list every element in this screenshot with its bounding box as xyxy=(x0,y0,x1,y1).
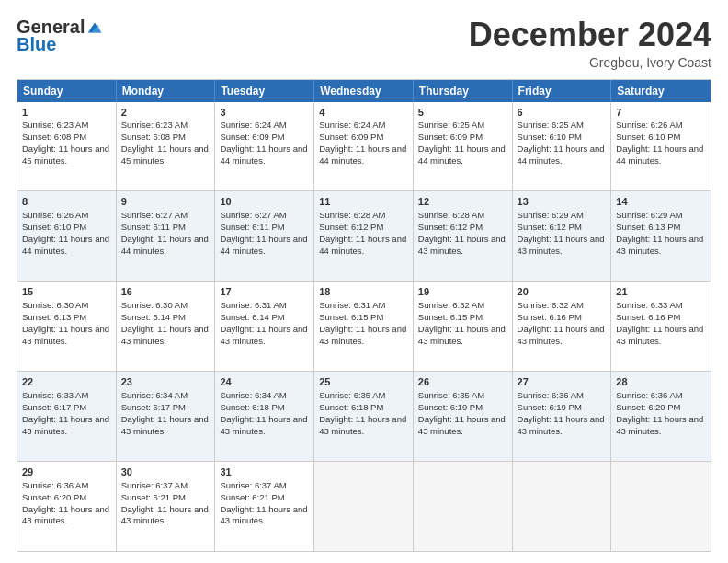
header: General Blue December 2024 Gregbeu, Ivor… xyxy=(17,17,711,70)
day-number: 29 xyxy=(22,465,111,479)
day-info-line: Sunset: 6:08 PM xyxy=(121,132,210,144)
day-info-line: Daylight: 11 hours and 44 minutes. xyxy=(518,144,607,167)
day-info-line: Daylight: 11 hours and 45 minutes. xyxy=(22,144,111,167)
day-info-line: Daylight: 11 hours and 44 minutes. xyxy=(121,234,210,258)
day-info-line: Daylight: 11 hours and 43 minutes. xyxy=(220,504,309,528)
cal-cell-empty-4-3 xyxy=(314,462,414,551)
day-number: 20 xyxy=(518,285,607,299)
cal-cell-30: 30Sunrise: 6:37 AMSunset: 6:21 PMDayligh… xyxy=(117,462,216,551)
day-info-line: Sunset: 6:19 PM xyxy=(518,402,607,414)
day-info-line: Sunset: 6:12 PM xyxy=(319,222,408,234)
day-info-line: Sunset: 6:09 PM xyxy=(418,132,507,144)
header-day-saturday: Saturday xyxy=(611,80,711,102)
day-info-line: Sunset: 6:10 PM xyxy=(22,222,111,234)
cal-cell-11: 11Sunrise: 6:28 AMSunset: 6:12 PMDayligh… xyxy=(314,191,414,281)
day-info-line: Sunrise: 6:33 AM xyxy=(22,390,111,402)
cal-cell-empty-4-4 xyxy=(414,462,513,551)
day-info-line: Sunset: 6:13 PM xyxy=(22,312,111,324)
day-info-line: Sunset: 6:09 PM xyxy=(319,132,408,144)
day-info-line: Sunset: 6:19 PM xyxy=(418,402,507,414)
day-info-line: Sunset: 6:09 PM xyxy=(220,132,309,144)
day-number: 19 xyxy=(418,285,507,299)
month-title: December 2024 xyxy=(469,17,711,53)
day-info-line: Sunrise: 6:25 AM xyxy=(418,120,507,132)
cal-cell-27: 27Sunrise: 6:36 AMSunset: 6:19 PMDayligh… xyxy=(513,372,612,461)
day-info-line: Sunrise: 6:31 AM xyxy=(319,300,408,312)
day-info-line: Sunrise: 6:29 AM xyxy=(518,210,607,222)
day-info-line: Sunset: 6:15 PM xyxy=(319,312,408,324)
day-number: 13 xyxy=(518,195,607,209)
day-info-line: Daylight: 11 hours and 44 minutes. xyxy=(319,144,408,167)
cal-cell-4: 4Sunrise: 6:24 AMSunset: 6:09 PMDaylight… xyxy=(314,102,414,191)
day-info-line: Sunrise: 6:23 AM xyxy=(121,120,210,132)
day-number: 1 xyxy=(22,106,111,120)
day-number: 12 xyxy=(418,195,507,209)
day-info-line: Daylight: 11 hours and 43 minutes. xyxy=(121,324,210,348)
calendar-body: 1Sunrise: 6:23 AMSunset: 6:08 PMDaylight… xyxy=(17,102,711,551)
day-info-line: Sunset: 6:18 PM xyxy=(220,402,309,414)
cal-cell-31: 31Sunrise: 6:37 AMSunset: 6:21 PMDayligh… xyxy=(215,462,314,551)
day-info-line: Daylight: 11 hours and 44 minutes. xyxy=(220,234,309,258)
cal-cell-19: 19Sunrise: 6:32 AMSunset: 6:15 PMDayligh… xyxy=(414,282,513,371)
day-info-line: Daylight: 11 hours and 43 minutes. xyxy=(616,234,706,258)
day-info-line: Daylight: 11 hours and 44 minutes. xyxy=(418,144,507,167)
day-info-line: Sunrise: 6:26 AM xyxy=(22,210,111,222)
day-info-line: Sunrise: 6:24 AM xyxy=(319,120,408,132)
day-info-line: Daylight: 11 hours and 43 minutes. xyxy=(22,414,111,438)
day-info-line: Daylight: 11 hours and 43 minutes. xyxy=(616,414,706,438)
cal-cell-20: 20Sunrise: 6:32 AMSunset: 6:16 PMDayligh… xyxy=(513,282,612,371)
cal-cell-6: 6Sunrise: 6:25 AMSunset: 6:10 PMDaylight… xyxy=(513,102,612,191)
day-info-line: Daylight: 11 hours and 44 minutes. xyxy=(616,144,706,167)
day-info-line: Daylight: 11 hours and 43 minutes. xyxy=(121,504,210,528)
day-info-line: Sunrise: 6:36 AM xyxy=(518,390,607,402)
day-info-line: Sunrise: 6:30 AM xyxy=(121,300,210,312)
day-info-line: Daylight: 11 hours and 43 minutes. xyxy=(418,414,507,438)
cal-cell-14: 14Sunrise: 6:29 AMSunset: 6:13 PMDayligh… xyxy=(611,191,711,281)
day-number: 3 xyxy=(220,106,309,120)
cal-cell-5: 5Sunrise: 6:25 AMSunset: 6:09 PMDaylight… xyxy=(414,102,513,191)
day-info-line: Sunset: 6:20 PM xyxy=(22,492,111,504)
day-info-line: Sunset: 6:13 PM xyxy=(616,222,706,234)
day-info-line: Sunset: 6:11 PM xyxy=(121,222,210,234)
day-number: 25 xyxy=(319,375,408,389)
cal-cell-empty-4-5 xyxy=(513,462,612,551)
day-number: 8 xyxy=(22,195,111,209)
day-info-line: Sunset: 6:12 PM xyxy=(518,222,607,234)
day-number: 9 xyxy=(121,195,210,209)
day-info-line: Sunrise: 6:26 AM xyxy=(616,120,706,132)
day-info-line: Daylight: 11 hours and 43 minutes. xyxy=(220,324,309,348)
cal-cell-17: 17Sunrise: 6:31 AMSunset: 6:14 PMDayligh… xyxy=(215,282,314,371)
day-info-line: Daylight: 11 hours and 43 minutes. xyxy=(518,234,607,258)
day-info-line: Daylight: 11 hours and 43 minutes. xyxy=(220,414,309,438)
day-info-line: Sunrise: 6:27 AM xyxy=(121,210,210,222)
day-info-line: Daylight: 11 hours and 43 minutes. xyxy=(121,414,210,438)
header-day-friday: Friday xyxy=(513,80,612,102)
cal-cell-8: 8Sunrise: 6:26 AMSunset: 6:10 PMDaylight… xyxy=(17,191,117,281)
day-info-line: Daylight: 11 hours and 43 minutes. xyxy=(418,324,507,348)
day-info-line: Sunrise: 6:33 AM xyxy=(616,300,706,312)
day-number: 5 xyxy=(418,106,507,120)
cal-cell-1: 1Sunrise: 6:23 AMSunset: 6:08 PMDaylight… xyxy=(17,102,117,191)
day-info-line: Sunrise: 6:27 AM xyxy=(220,210,309,222)
day-number: 11 xyxy=(319,195,408,209)
day-number: 15 xyxy=(22,285,111,299)
day-info-line: Daylight: 11 hours and 43 minutes. xyxy=(22,504,111,528)
day-number: 18 xyxy=(319,285,408,299)
day-number: 30 xyxy=(121,465,210,479)
day-number: 24 xyxy=(220,375,309,389)
day-info-line: Sunset: 6:17 PM xyxy=(22,402,111,414)
day-info-line: Sunset: 6:21 PM xyxy=(220,492,309,504)
day-number: 7 xyxy=(616,106,706,120)
day-info-line: Sunset: 6:16 PM xyxy=(616,312,706,324)
header-day-sunday: Sunday xyxy=(17,80,117,102)
cal-cell-26: 26Sunrise: 6:35 AMSunset: 6:19 PMDayligh… xyxy=(414,372,513,461)
cal-cell-15: 15Sunrise: 6:30 AMSunset: 6:13 PMDayligh… xyxy=(17,282,117,371)
day-info-line: Daylight: 11 hours and 43 minutes. xyxy=(319,414,408,438)
day-number: 4 xyxy=(319,106,408,120)
logo-blue: Blue xyxy=(17,34,56,55)
day-info-line: Daylight: 11 hours and 43 minutes. xyxy=(616,324,706,348)
day-number: 16 xyxy=(121,285,210,299)
cal-cell-22: 22Sunrise: 6:33 AMSunset: 6:17 PMDayligh… xyxy=(17,372,117,461)
cal-cell-9: 9Sunrise: 6:27 AMSunset: 6:11 PMDaylight… xyxy=(117,191,216,281)
day-info-line: Sunrise: 6:29 AM xyxy=(616,210,706,222)
